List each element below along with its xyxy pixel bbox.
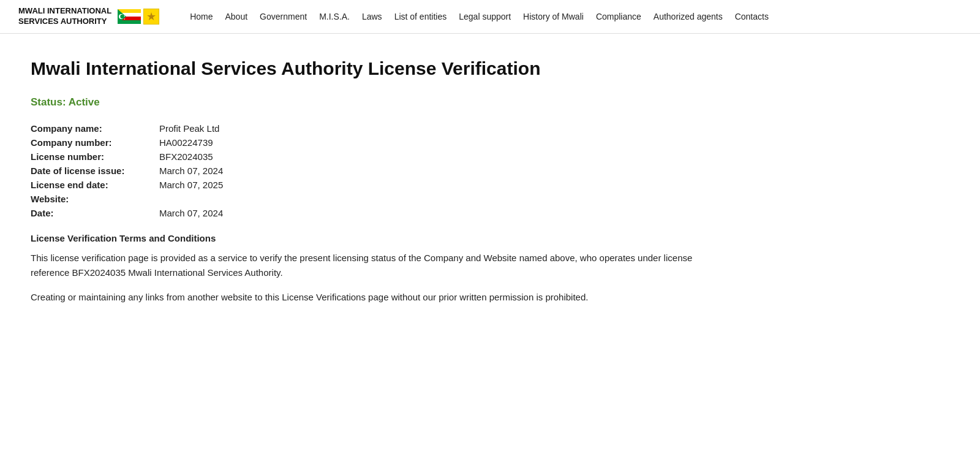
website-row: Website: bbox=[31, 194, 766, 204]
company-name-value: Profit Peak Ltd bbox=[159, 123, 219, 134]
license-end-date-label: License end date: bbox=[31, 180, 159, 190]
nav-authorized-agents[interactable]: Authorized agents bbox=[647, 12, 729, 21]
license-end-date-value: March 07, 2025 bbox=[159, 180, 223, 190]
license-issue-date-label: Date of license issue: bbox=[31, 166, 159, 176]
nav-about[interactable]: About bbox=[219, 12, 254, 21]
logo-area: MWALI INTERNATIONAL SERVICES AUTHORITY ★… bbox=[18, 6, 159, 27]
svg-text:★: ★ bbox=[124, 14, 126, 17]
company-name-label: Company name: bbox=[31, 123, 159, 134]
terms-paragraph-1: This license verification page is provid… bbox=[31, 251, 704, 280]
nav-laws[interactable]: Laws bbox=[356, 12, 388, 21]
date-value: March 07, 2024 bbox=[159, 208, 223, 218]
nav-history-of-mwali[interactable]: History of Mwali bbox=[517, 12, 590, 21]
license-number-label: License number: bbox=[31, 151, 159, 162]
nav-home[interactable]: Home bbox=[184, 12, 219, 21]
license-issue-date-row: Date of license issue: March 07, 2024 bbox=[31, 166, 766, 176]
date-row: Date: March 07, 2024 bbox=[31, 208, 766, 218]
page-title: Mwali International Services Authority L… bbox=[31, 58, 766, 79]
terms-title: License Verification Terms and Condition… bbox=[31, 233, 766, 243]
license-number-row: License number: BFX2024035 bbox=[31, 151, 766, 162]
website-label: Website: bbox=[31, 194, 159, 204]
company-number-value: HA00224739 bbox=[159, 137, 213, 148]
license-end-date-row: License end date: March 07, 2025 bbox=[31, 180, 766, 190]
nav-government[interactable]: Government bbox=[254, 12, 313, 21]
company-number-label: Company number: bbox=[31, 137, 159, 148]
nav-misa[interactable]: M.I.S.A. bbox=[313, 12, 356, 21]
comoros-flag-icon: ★ ★ ★ ★ bbox=[118, 9, 141, 24]
license-issue-date-value: March 07, 2024 bbox=[159, 166, 223, 176]
nav-legal-support[interactable]: Legal support bbox=[453, 12, 517, 21]
terms-paragraph-2: Creating or maintaining any links from a… bbox=[31, 290, 704, 305]
yellow-star-icon: ★ bbox=[143, 9, 159, 25]
company-number-row: Company number: HA00224739 bbox=[31, 137, 766, 148]
license-info-table: Company name: Profit Peak Ltd Company nu… bbox=[31, 123, 766, 218]
main-content: Mwali International Services Authority L… bbox=[0, 34, 796, 339]
svg-text:★: ★ bbox=[124, 18, 126, 20]
status-badge: Status: Active bbox=[31, 96, 766, 109]
flag-icons: ★ ★ ★ ★ ★ bbox=[118, 9, 159, 25]
site-header: MWALI INTERNATIONAL SERVICES AUTHORITY ★… bbox=[0, 0, 980, 34]
nav-contacts[interactable]: Contacts bbox=[729, 12, 775, 21]
logo-text: MWALI INTERNATIONAL SERVICES AUTHORITY bbox=[18, 6, 111, 27]
company-name-row: Company name: Profit Peak Ltd bbox=[31, 123, 766, 134]
main-nav: Home About Government M.I.S.A. Laws List… bbox=[184, 12, 775, 21]
nav-compliance[interactable]: Compliance bbox=[590, 12, 647, 21]
nav-list-of-entities[interactable]: List of entities bbox=[388, 12, 453, 21]
license-number-value: BFX2024035 bbox=[159, 151, 213, 162]
date-label: Date: bbox=[31, 208, 159, 218]
